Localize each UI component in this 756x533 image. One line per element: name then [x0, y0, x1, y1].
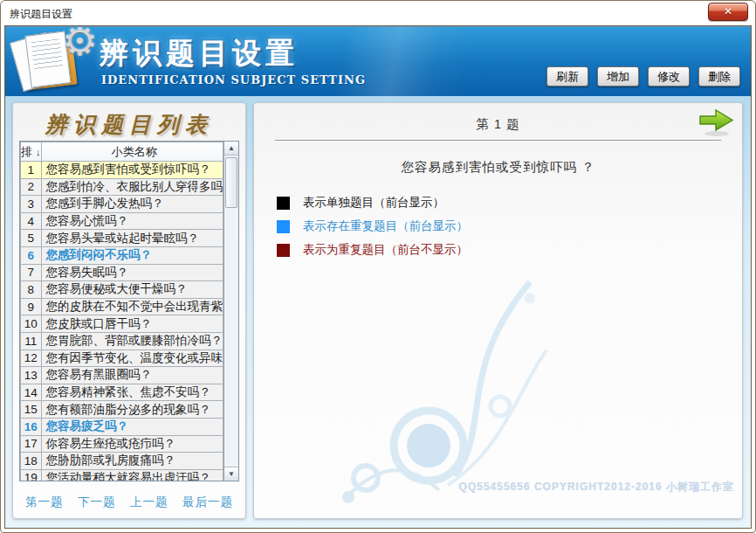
next-arrow-icon[interactable] — [698, 108, 735, 138]
table-row[interactable]: 2您感到怕冷、衣服比别人穿得多吗 — [21, 178, 223, 196]
title-bar[interactable]: 辨识题目设置 ✕ — [1, 1, 755, 25]
row-rank: 10 — [21, 315, 42, 333]
close-button[interactable]: ✕ — [708, 3, 748, 21]
first-question-link[interactable]: 第一题 — [25, 495, 64, 510]
table-header-row: 排↓ 小类名称 — [21, 142, 223, 162]
row-question-text: 您皮肤或口唇干吗？ — [41, 315, 223, 333]
gear-icon: ⚙ — [62, 26, 98, 61]
question-table: 排↓ 小类名称 1您容易感到害怕或受到惊吓吗？2您感到怕冷、衣服比别人穿得多吗3… — [19, 141, 239, 481]
close-icon: ✕ — [724, 5, 732, 17]
table-row[interactable]: 8您容易便秘或大便干燥吗？ — [21, 281, 223, 299]
row-rank: 9 — [21, 298, 42, 315]
row-rank: 7 — [21, 264, 42, 281]
scrollbar-thumb[interactable] — [225, 157, 237, 208]
row-question-text: 您容易便秘或大便干燥吗？ — [41, 281, 223, 299]
table-row[interactable]: 10您皮肤或口唇干吗？ — [21, 315, 223, 333]
table-row[interactable]: 12您有因季节变化、温度变化或异味 — [21, 350, 223, 367]
row-question-text: 您感到手脚心发热吗？ — [41, 196, 223, 213]
modify-button[interactable]: 修改 — [648, 66, 690, 87]
table-row[interactable]: 15您有额部油脂分泌多的现象吗？ — [21, 401, 223, 419]
row-question-text: 您容易感到害怕或受到惊吓吗？ — [41, 162, 223, 179]
legend-label: 表示单独题目（前台显示） — [303, 195, 444, 211]
row-question-text: 您感到闷闷不乐吗？ — [41, 246, 223, 264]
row-rank: 17 — [21, 435, 42, 453]
row-question-text: 您容易精神紧张、焦虑不安吗？ — [41, 384, 223, 401]
table-row[interactable]: 6您感到闷闷不乐吗？ — [21, 246, 223, 264]
table-row[interactable]: 7您容易失眠吗？ — [21, 264, 223, 281]
row-rank: 15 — [21, 401, 42, 419]
legend-item: 表示单独题目（前台显示） — [277, 196, 468, 210]
row-question-text: 您有额部油脂分泌多的现象吗？ — [41, 401, 223, 419]
page-title: 辨识题目设置 — [100, 34, 299, 73]
row-rank: 13 — [21, 367, 42, 384]
window-title: 辨识题目设置 — [10, 7, 72, 22]
body-area: 辨识题目列表 排↓ 小类名称 1您容易感到害怕或受到惊吓吗？2您感到怕冷、衣服比… — [5, 96, 751, 528]
refresh-button[interactable]: 刷新 — [546, 66, 588, 87]
sort-descending-icon: ↓ — [36, 147, 41, 157]
question-table-body: 1您容易感到害怕或受到惊吓吗？2您感到怕冷、衣服比别人穿得多吗3您感到手脚心发热… — [21, 162, 223, 482]
prev-question-link[interactable]: 上一题 — [130, 495, 168, 510]
row-rank: 1 — [21, 162, 42, 179]
toolbar: 刷新增加修改删除 — [546, 66, 740, 87]
row-rank: 2 — [21, 178, 42, 196]
list-scrollbar: ▲ ▼ — [223, 142, 238, 481]
row-rank: 18 — [21, 453, 42, 470]
row-question-text: 您感到怕冷、衣服比别人穿得多吗 — [41, 178, 223, 196]
question-nav: 第一题下一题上一题最后一题 — [25, 495, 233, 510]
table-row[interactable]: 17你容易生痤疮或疮疖吗？ — [21, 435, 223, 453]
legend-color-swatch — [277, 220, 290, 233]
page-subtitle: IDENTIFICATION SUBJECT SETTING — [101, 73, 366, 87]
row-question-text: 您容易头晕或站起时晕眩吗？ — [41, 230, 223, 247]
table-row[interactable]: 18您胁肋部或乳房腹痛吗？ — [21, 453, 223, 470]
row-rank: 14 — [21, 384, 42, 401]
copyright-watermark: QQ55455656 COPYRIGHT2012-2016 小树瑞工作室 — [459, 480, 734, 495]
row-question-text: 您活动量稍大就容易出虚汗吗？ — [41, 469, 223, 481]
next-question-link[interactable]: 下一题 — [78, 495, 116, 510]
row-question-text: 您容易有黑眼圈吗？ — [41, 367, 223, 384]
legend-item: 表示存在重复题目（前台显示） — [277, 219, 468, 233]
decorative-swirl — [324, 247, 568, 518]
legend-label: 表示存在重复题目（前台显示） — [303, 218, 468, 234]
row-question-text: 您容易疲乏吗？ — [41, 418, 223, 435]
column-header-name[interactable]: 小类名称 — [41, 142, 223, 162]
table-row[interactable]: 3您感到手脚心发热吗？ — [21, 196, 223, 213]
table-row[interactable]: 13您容易有黑眼圈吗？ — [21, 367, 223, 384]
row-question-text: 您容易失眠吗？ — [41, 264, 223, 281]
table-row[interactable]: 9您的皮肤在不知不觉中会出现青紫 — [21, 298, 223, 315]
table-row[interactable]: 16您容易疲乏吗？ — [21, 418, 223, 435]
question-text: 您容易感到害怕或受到惊吓吗 ？ — [254, 159, 742, 176]
row-rank: 16 — [21, 418, 42, 435]
row-rank: 8 — [21, 281, 42, 299]
question-number: 第 1 题 — [254, 116, 742, 133]
row-rank: 12 — [21, 350, 42, 367]
column-header-rank[interactable]: 排↓ — [21, 142, 42, 162]
scrollbar-down-icon[interactable]: ▼ — [224, 467, 238, 481]
add-button[interactable]: 增加 — [597, 66, 639, 87]
legend-color-swatch — [277, 197, 290, 210]
table-row[interactable]: 1您容易感到害怕或受到惊吓吗？ — [21, 162, 223, 179]
row-question-text: 您有因季节变化、温度变化或异味 — [41, 350, 223, 367]
table-row[interactable]: 14您容易精神紧张、焦虑不安吗？ — [21, 384, 223, 401]
row-question-text: 您的皮肤在不知不觉中会出现青紫 — [41, 298, 223, 315]
app-window: 辨识题目设置 ✕ ⚙ 辨识题目设置 IDENTIFICATION SUBJECT… — [0, 0, 756, 533]
row-rank: 3 — [21, 196, 42, 213]
divider — [275, 140, 721, 141]
scrollbar-up-icon[interactable]: ▲ — [224, 142, 238, 156]
row-question-text: 您胁肋部或乳房腹痛吗？ — [41, 453, 223, 470]
table-row[interactable]: 11您胃脘部、背部或腰膝部怕冷吗？ — [21, 332, 223, 350]
row-question-text: 你容易生痤疮或疮疖吗？ — [41, 435, 223, 453]
last-question-link[interactable]: 最后一题 — [182, 495, 233, 510]
header-banner: ⚙ 辨识题目设置 IDENTIFICATION SUBJECT SETTING … — [5, 26, 751, 96]
table-row[interactable]: 4您容易心慌吗？ — [21, 212, 223, 230]
delete-button[interactable]: 删除 — [698, 66, 740, 87]
table-row[interactable]: 19您活动量稍大就容易出虚汗吗？ — [21, 469, 223, 481]
legend-color-swatch — [277, 244, 290, 257]
row-rank: 4 — [21, 212, 42, 230]
row-rank: 5 — [21, 230, 42, 247]
question-detail-panel: 第 1 题 您容易感到害怕或受到惊吓吗 ？ 表示单独题目（前台显示）表示存在重复… — [253, 102, 743, 519]
row-rank: 11 — [21, 332, 42, 350]
table-row[interactable]: 5您容易头晕或站起时晕眩吗？ — [21, 230, 223, 247]
question-list-panel: 辨识题目列表 排↓ 小类名称 1您容易感到害怕或受到惊吓吗？2您感到怕冷、衣服比… — [12, 102, 246, 519]
list-title: 辨识题目列表 — [13, 110, 245, 139]
app-logo: ⚙ — [16, 31, 96, 93]
